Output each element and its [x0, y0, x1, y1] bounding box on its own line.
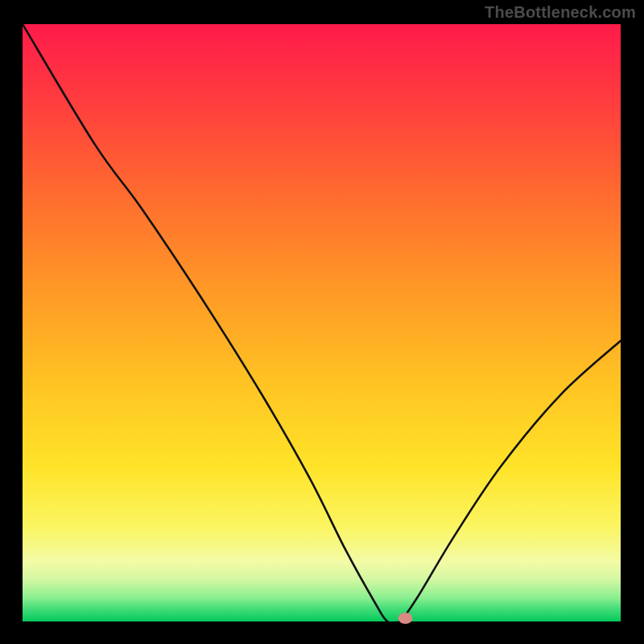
- plot-background: [23, 24, 621, 621]
- chart-container: TheBottleneck.com: [0, 0, 644, 644]
- watermark-label: TheBottleneck.com: [485, 3, 636, 22]
- bottleneck-chart: [0, 0, 644, 644]
- optimal-marker: [398, 613, 413, 624]
